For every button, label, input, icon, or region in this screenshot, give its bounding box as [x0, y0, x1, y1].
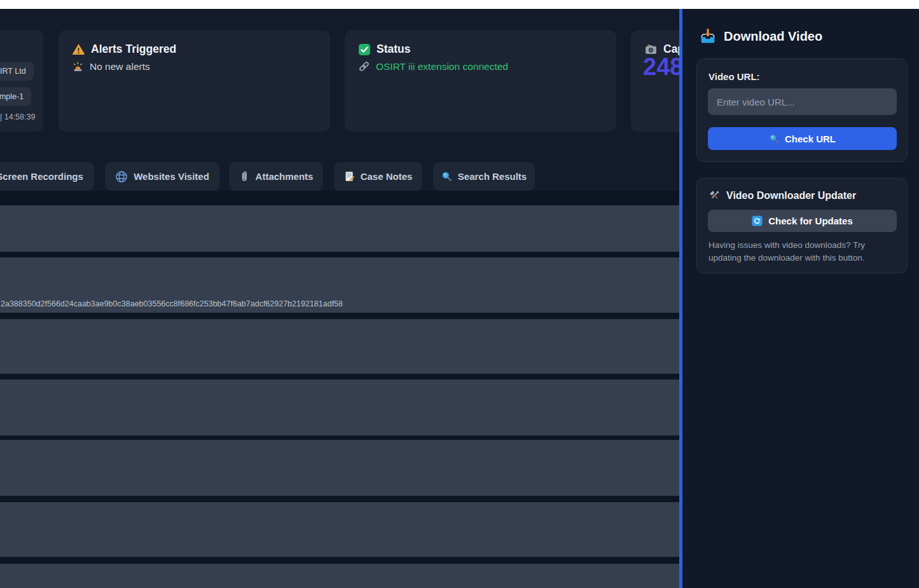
check-mark-icon: [358, 43, 371, 56]
panel-title: Download Video: [724, 29, 822, 44]
tab-label: Case Notes: [361, 171, 413, 182]
updater-title: Video Downloader Updater: [726, 190, 856, 202]
magnifier-icon: [441, 171, 452, 182]
download-video-panel: Download Video Video URL: Check URL Vide…: [682, 9, 919, 588]
tab-attachments[interactable]: Attachments: [229, 162, 323, 191]
tab-websites-visited[interactable]: Websites Visited: [105, 162, 219, 191]
tab-screen-recordings[interactable]: Screen Recordings: [0, 162, 94, 191]
video-url-input[interactable]: [708, 88, 897, 115]
case-name-badge: ample-1: [0, 87, 31, 106]
main-content: OSIRT Ltd ample-1 | 14:58:39 Alerts Trig…: [0, 9, 679, 588]
alerts-message: No new alerts: [90, 61, 150, 72]
tab-label: Attachments: [256, 171, 314, 182]
table-row[interactable]: [0, 205, 679, 252]
memo-icon: [344, 171, 355, 182]
tab-label: Search Results: [458, 171, 527, 182]
paperclip-icon: [239, 171, 250, 182]
check-url-label: Check URL: [785, 133, 836, 144]
table-row[interactable]: [0, 379, 679, 435]
hammer-and-wrench-icon: [708, 189, 721, 202]
extension-status-text: OSIRT iii extension connected: [376, 61, 508, 72]
status-card-title: Status: [377, 43, 410, 56]
tab-case-notes[interactable]: Case Notes: [334, 162, 422, 191]
warning-triangle-icon: [72, 43, 85, 56]
inbox-tray-download-icon: [700, 28, 716, 44]
panel-resize-divider[interactable]: [679, 9, 682, 588]
tab-label: Screen Recordings: [0, 171, 83, 182]
table-row[interactable]: [0, 502, 679, 557]
check-updates-label: Check for Updates: [768, 215, 853, 226]
tab-label: Websites Visited: [134, 171, 209, 182]
updater-hint-text: Having issues with video downloads? Try …: [708, 239, 895, 264]
video-downloader-updater-card: Video Downloader Updater Check for Updat…: [696, 178, 908, 273]
alerts-card: Alerts Triggered No new alerts: [59, 31, 330, 132]
tab-search-results[interactable]: Search Results: [433, 162, 535, 191]
link-chain-icon: [358, 60, 370, 72]
video-url-label: Video URL:: [708, 71, 760, 82]
case-timestamp: | 14:58:39: [0, 113, 35, 121]
alerts-card-title: Alerts Triggered: [91, 43, 176, 56]
captures-count: 248: [643, 53, 683, 81]
company-badge: OSIRT Ltd: [0, 62, 34, 81]
table-row[interactable]: 2a388350d2f566d24caab3ae9b0c38aeb03556cc…: [0, 257, 679, 313]
table-row[interactable]: [0, 564, 679, 588]
evidence-hash: 2a388350d2f566d24caab3ae9b0c38aeb03556cc…: [1, 299, 343, 308]
check-for-updates-button[interactable]: Check for Updates: [708, 210, 897, 232]
evidence-table: 2a388350d2f566d24caab3ae9b0c38aeb03556cc…: [0, 191, 679, 588]
table-row[interactable]: [0, 440, 679, 496]
top-white-strip: [0, 0, 919, 9]
table-row[interactable]: [0, 319, 679, 374]
refresh-arrows-icon: [752, 215, 763, 226]
status-card: Status OSIRT iii extension connected: [345, 31, 616, 132]
video-url-card: Video URL: Check URL: [696, 58, 908, 162]
magnifier-icon: [769, 133, 779, 144]
globe-icon: [115, 170, 128, 183]
siren-icon: [72, 60, 84, 72]
check-url-button[interactable]: Check URL: [708, 127, 897, 150]
